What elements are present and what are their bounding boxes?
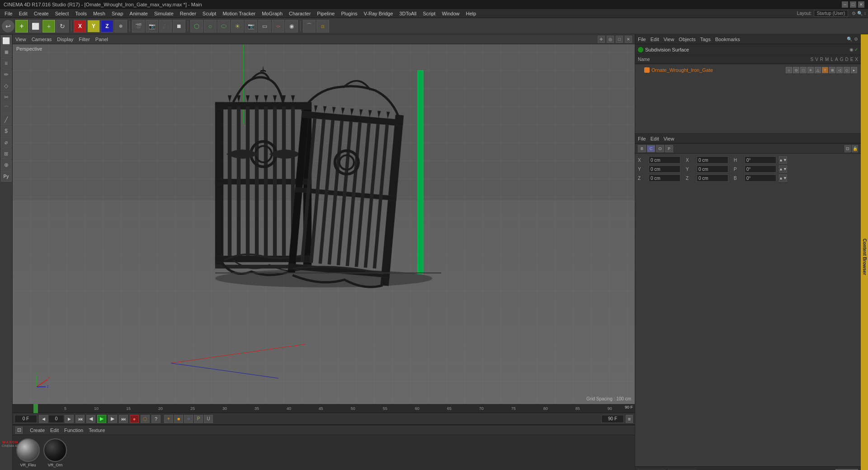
viewport-menu-filter[interactable]: Filter [79, 37, 90, 42]
obj-icon-expand[interactable]: ▸ [851, 67, 857, 73]
obj-icon-solo[interactable]: □ [800, 67, 807, 73]
attr-icon-expand[interactable]: ⊡ [844, 145, 851, 152]
vp-close-icon[interactable]: ✕ [625, 36, 632, 43]
cube-btn[interactable]: ⬡ [190, 20, 203, 33]
obj-menu-edit[interactable]: Edit [651, 37, 659, 42]
x-axis-btn[interactable]: X [74, 20, 86, 33]
vp-camera-icon[interactable]: ◎ [607, 36, 614, 43]
frame-value-input[interactable] [48, 415, 64, 423]
sphere-btn[interactable]: ○ [204, 20, 217, 33]
left-spline-btn[interactable]: ⌒ [1, 103, 12, 114]
spline-btn[interactable]: ⌒ [303, 20, 316, 33]
attr-z-stepper[interactable]: ▲▼ [779, 174, 787, 182]
mat-menu-create[interactable]: Create [30, 428, 45, 433]
material-ball-1[interactable] [16, 438, 40, 462]
go-start-btn[interactable]: ⏮ [75, 415, 85, 423]
timeline-options-btn[interactable]: ≡ [626, 415, 633, 423]
menu-select[interactable]: Select [52, 10, 72, 17]
step-fwd-btn[interactable]: ▶ [108, 415, 117, 423]
maximize-btn[interactable]: □ [850, 1, 856, 8]
attr-menu-edit[interactable]: Edit [651, 136, 659, 141]
left-python-btn[interactable]: Py [1, 171, 12, 182]
left-dollar-btn[interactable]: $ [1, 126, 12, 136]
step-back-btn[interactable]: ◀ [86, 415, 95, 423]
obj-search-icon[interactable]: 🔍 [847, 37, 852, 42]
attr-icon-basic[interactable]: B [638, 145, 646, 152]
menu-help[interactable]: Help [463, 10, 479, 17]
minimize-btn[interactable]: ─ [842, 1, 848, 8]
left-brush-btn[interactable]: ⌀ [1, 137, 12, 148]
menu-file[interactable]: File [2, 10, 15, 17]
viewport[interactable]: View Cameras Display Filter Panel ✛ ◎ □ … [13, 34, 635, 404]
attr-icon-phong[interactable]: P [665, 145, 673, 152]
play-btn[interactable]: ▶ [97, 415, 106, 423]
keyframe-param-btn[interactable]: P [194, 415, 203, 423]
close-btn[interactable]: ✕ [858, 1, 864, 8]
subd-check-icon[interactable]: ✓ [854, 47, 858, 52]
obj-icon-phong[interactable]: △ [815, 67, 821, 73]
light-btn[interactable]: ☀ [231, 20, 244, 33]
rotate-tool-btn[interactable]: ↻ [56, 20, 69, 33]
viewport-menu-view[interactable]: View [15, 37, 26, 42]
render-region-btn[interactable]: 📷 [146, 20, 158, 33]
y-axis-btn[interactable]: Y [87, 20, 100, 33]
record-question-btn[interactable]: ? [151, 415, 160, 423]
subd-visible-icon[interactable]: ◉ [849, 47, 854, 52]
obj-icon-eye[interactable]: ○ [786, 67, 792, 73]
keyframe-rot-btn[interactable]: ○ [184, 415, 193, 423]
menu-render[interactable]: Render [177, 10, 199, 17]
frame-step-up[interactable]: ▶ [65, 415, 74, 423]
menu-motion-tracker[interactable]: Motion Tracker [220, 10, 258, 17]
viewport-menu-display[interactable]: Display [57, 37, 73, 42]
go-end-btn[interactable]: ⏭ [119, 415, 128, 423]
attr-y-rot[interactable] [697, 165, 728, 173]
current-frame-input[interactable] [14, 415, 37, 423]
record-btn[interactable]: ● [130, 415, 139, 423]
menu-plugins[interactable]: Plugins [338, 10, 360, 17]
subd-label[interactable]: Subdivision Surface [645, 47, 689, 52]
mat-menu-edit[interactable]: Edit [50, 428, 59, 433]
obj-menu-view[interactable]: View [664, 37, 675, 42]
keyframe-scale-btn[interactable]: ■ [174, 415, 183, 423]
attr-x-pos[interactable] [649, 156, 680, 164]
menu-snap[interactable]: Snap [109, 10, 126, 17]
attr-p-val[interactable] [745, 165, 776, 173]
attr-z-rot[interactable] [697, 174, 728, 182]
menu-simulate[interactable]: Simulate [151, 10, 176, 17]
extrude-btn[interactable]: ⧈ [316, 20, 329, 33]
timeline-start-marker[interactable] [33, 404, 38, 413]
left-knife-btn[interactable]: ✂ [1, 92, 12, 103]
attr-icon-coord[interactable]: C [647, 145, 655, 152]
obj-menu-tags[interactable]: Tags [700, 37, 711, 42]
menu-pipeline[interactable]: Pipeline [314, 10, 337, 17]
menu-animate[interactable]: Animate [127, 10, 151, 17]
menu-mesh[interactable]: Mesh [90, 10, 108, 17]
attr-y-stepper[interactable]: ▲▼ [779, 165, 787, 173]
obj-icon-subdivide[interactable]: ⊞ [829, 67, 835, 73]
render-queue-btn[interactable]: ⏹ [173, 20, 185, 33]
layout-value[interactable]: Startup (User) [814, 10, 849, 17]
material-btn[interactable]: ◉ [285, 20, 298, 33]
obj-menu-objects[interactable]: Objects [679, 37, 695, 42]
obj-icon-lock[interactable]: ≡ [807, 67, 814, 73]
attr-x-stepper[interactable]: ▲▼ [779, 156, 787, 164]
select-tool-btn[interactable]: ⬜ [29, 20, 42, 33]
left-globe-btn[interactable]: ⊕ [1, 160, 12, 170]
materials-panel-icon[interactable]: ⊡ [15, 427, 23, 434]
keyframe-user-btn[interactable]: U [204, 415, 213, 423]
menu-vray[interactable]: V-Ray Bridge [361, 10, 396, 17]
menu-tools[interactable]: Tools [72, 10, 90, 17]
attr-menu-view[interactable]: View [664, 136, 675, 141]
undo-btn[interactable]: ↩ [2, 20, 14, 33]
menu-character[interactable]: Character [286, 10, 313, 17]
mat-menu-function[interactable]: Function [64, 428, 83, 433]
obj-icon-render[interactable]: ⊙ [793, 67, 799, 73]
z-axis-btn[interactable]: Z [101, 20, 113, 33]
content-browser-tab[interactable]: Content Browser [861, 34, 868, 470]
attr-b-val[interactable] [745, 174, 776, 182]
move-tool-btn[interactable]: + [42, 20, 55, 33]
left-pen-btn[interactable]: ✏ [1, 69, 12, 80]
left-line-btn[interactable]: ╱ [1, 114, 12, 125]
mat-menu-texture[interactable]: Texture [89, 428, 105, 433]
render-all-btn[interactable]: 🎥 [159, 20, 172, 33]
